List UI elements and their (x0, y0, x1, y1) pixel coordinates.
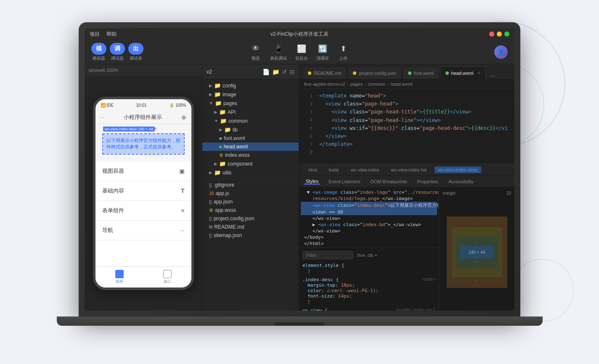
tree-item-index-wxss[interactable]: ⚙ index.wxss (202, 151, 299, 159)
menu-item-views[interactable]: 视图容器 ▣ (95, 161, 191, 181)
tree-item-lib[interactable]: ▶ 📁 lib (202, 125, 299, 134)
nav-components-icon (115, 270, 124, 278)
preview-tool[interactable]: 👁 预览 (250, 43, 262, 61)
user-avatar[interactable]: 👤 (494, 45, 508, 59)
breadcrumb-root: fino-applet-demo-v2 (304, 82, 345, 87)
tab-readme[interactable]: README.md (302, 66, 347, 79)
menu-help[interactable]: 帮助 (106, 31, 117, 38)
tree-item-project-config[interactable]: {} project.config.json (202, 214, 299, 223)
styles-filter-tags: :hov .cls + (356, 253, 377, 258)
tree-item-foot-wxml[interactable]: ■ foot.wxml (202, 134, 299, 142)
tree-item-app-wxss[interactable]: ⚙ app.wxss (202, 206, 299, 214)
tab-icon-readme (308, 71, 311, 75)
menu-item-form[interactable]: 表单组件 ≡ (95, 201, 191, 221)
breadcrumb-file: head.wxml (390, 82, 413, 87)
maximize-button[interactable] (504, 32, 509, 37)
html-tag-wx-view-hd[interactable]: wx-view.index-hd (388, 166, 430, 173)
tab-more-button[interactable]: ··· (488, 72, 497, 79)
test-button[interactable]: 出 测试录 (128, 43, 143, 61)
styles-filter-input[interactable] (302, 251, 353, 259)
nav-item-components[interactable]: 组件 (95, 270, 143, 285)
color-swatch (327, 289, 330, 293)
code-line-7: 7 </template> (299, 140, 514, 148)
tree-item-app-json[interactable]: {} app.json (202, 198, 299, 206)
box-margin-label: margin (443, 191, 456, 195)
margin-bottom-label: - (452, 279, 502, 283)
clear-cache-tool[interactable]: 🔃 清缓存 (316, 43, 329, 61)
tree-item-image[interactable]: ▶ 📁 image (202, 90, 299, 99)
menu-project[interactable]: 项目 (90, 31, 100, 38)
tree-item-utils[interactable]: ▶ 📁 utils (202, 168, 299, 177)
highlight-label: wx-view.index-desc 240 × 44 (103, 127, 155, 132)
menu-item-nav[interactable]: 导航 ··· (95, 221, 191, 240)
editor-panel: README.md project.config.json foot.wxml (299, 64, 514, 311)
cut-tool[interactable]: ⬜ 切后台 (295, 43, 308, 61)
tab-label-foot: foot.wxml (414, 71, 433, 76)
code-line-5: 5 <view wx:if="{{desc}}" class="page-hea… (299, 124, 514, 132)
style-val-fontsize: 14px; (338, 293, 352, 299)
new-folder-icon[interactable]: 📁 (272, 69, 279, 75)
simulate-icon: 模 (91, 43, 106, 55)
debug-button[interactable]: 调 调试器 (110, 43, 125, 61)
padding-bottom-label: - (460, 259, 494, 264)
style-close-2: } (302, 299, 435, 304)
tab-styles[interactable]: Styles (304, 179, 320, 185)
tab-event-listeners[interactable]: Event Listeners (327, 179, 362, 184)
collapse-icon[interactable]: ⊟ (289, 69, 294, 75)
tree-item-pages[interactable]: ▼ 📁 pages (202, 99, 299, 108)
preview-label: 预览 (252, 55, 260, 61)
code-line-6: 6 </view> (299, 132, 514, 140)
window-controls (489, 32, 509, 37)
tree-item-component[interactable]: ▶ 📁 component (202, 159, 299, 168)
devtools-panel: html body wx-view.index wx-view.index-hd… (299, 164, 514, 311)
simulate-button[interactable]: 模 模拟器 (91, 43, 106, 61)
editor-tabs: README.md project.config.json foot.wxml (299, 64, 514, 79)
tree-root-label: v2 (207, 69, 212, 75)
style-selector-3: wx-view { (302, 308, 328, 311)
new-file-icon[interactable]: 📄 (262, 69, 270, 75)
refresh-icon[interactable]: ↺ (282, 69, 287, 75)
style-selector: element.style { (302, 263, 435, 268)
tree-item-head-wxml[interactable]: ■ head.wxml (202, 142, 299, 151)
tab-foot-wxml[interactable]: foot.wxml (403, 66, 439, 79)
html-line: resources/kind/logo.png>_</wx-image> (301, 195, 437, 202)
close-button[interactable] (489, 32, 494, 37)
html-tag-wx-view-desc[interactable]: wx-view.index-desc (435, 166, 481, 173)
tab-head-wxml[interactable]: head.wxml × (440, 66, 486, 79)
tab-properties[interactable]: Properties (416, 179, 440, 184)
tree-item-app-js[interactable]: JS app.js (202, 189, 299, 198)
real-device-label: 真机调试 (270, 55, 287, 61)
tree-item-api[interactable]: ▶ 📁 API (202, 108, 299, 116)
test-label: 测试录 (130, 55, 142, 61)
style-rule-index-desc: .index-desc { <style> margin-top: 10px; … (302, 277, 435, 304)
tree-item-common[interactable]: ▼ 📁 common (202, 116, 299, 125)
nav-item-api[interactable]: 接口 (143, 270, 191, 285)
menu-item-basic[interactable]: 基础内容 T (95, 181, 191, 201)
box-margin: - - - 240 × 44 (447, 216, 507, 288)
toolbar: 模 模拟器 调 调试器 出 测试录 (85, 40, 514, 64)
tab-label-project: project.config.json (359, 71, 396, 76)
tab-dom-breakpoints[interactable]: DOM Breakpoints (369, 179, 409, 184)
real-device-tool[interactable]: 📱 真机调试 (270, 43, 287, 61)
laptop-base (57, 317, 543, 326)
tree-item-gitignore[interactable]: {} .gitignore (202, 181, 299, 189)
html-tag-wx-view-index[interactable]: wx-view.index (347, 166, 383, 173)
styles-filter-bar: :hov .cls + (302, 251, 435, 259)
code-line-4: 4 <view class="page-head-line"></view> (299, 116, 514, 124)
tab-project-config[interactable]: project.config.json (347, 66, 402, 79)
menu-bar: 项目 帮助 (90, 31, 117, 38)
menu-item-icon: T (181, 187, 185, 194)
tab-accessibility[interactable]: Accessibility (447, 179, 475, 184)
upload-tool[interactable]: ⬆ 上传 (337, 43, 349, 61)
html-tag-body[interactable]: body (326, 166, 342, 173)
tab-close-head[interactable]: × (477, 70, 480, 76)
minimize-button[interactable] (497, 32, 502, 37)
laptop-lid: 项目 帮助 v2-FinClip小程序开发工具 模 模拟 (79, 22, 520, 317)
tree-item-sitemap[interactable]: {} sitemap.json (202, 231, 299, 240)
tree-item-readme[interactable]: M README.md (202, 223, 299, 231)
simulate-label: 模拟器 (93, 55, 105, 61)
nav-components-label: 组件 (116, 279, 123, 285)
tree-item-config[interactable]: ▶ 📁 config (202, 81, 299, 90)
html-tag-html[interactable]: html (305, 166, 321, 173)
menu-item-label: 视图容器 (102, 167, 124, 175)
